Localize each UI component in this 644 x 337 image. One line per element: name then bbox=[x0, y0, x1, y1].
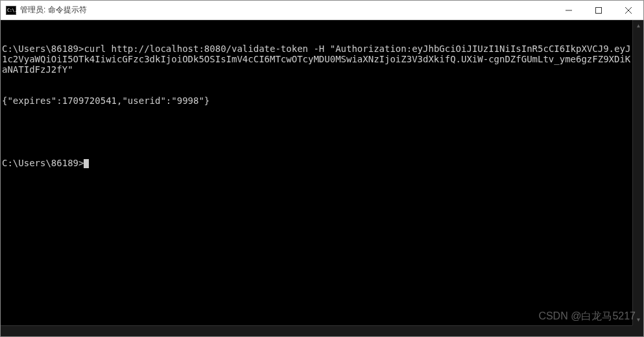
terminal-area[interactable]: C:\Users\86189>curl http://localhost:808… bbox=[1, 20, 643, 336]
terminal-blank bbox=[1, 127, 643, 137]
command-text: curl http://localhost:8080/validate-toke… bbox=[2, 44, 630, 75]
window-controls bbox=[554, 1, 643, 19]
maximize-button[interactable] bbox=[584, 1, 614, 19]
cmd-window: C:\. 管理员: 命令提示符 C:\Users\86189>curl http… bbox=[0, 0, 644, 337]
cmd-icon: C:\. bbox=[6, 6, 16, 15]
minimize-button[interactable] bbox=[554, 1, 584, 19]
terminal-line: C:\Users\86189> bbox=[1, 158, 643, 168]
close-button[interactable] bbox=[614, 1, 643, 19]
vertical-scrollbar[interactable]: ▲ ▼ bbox=[632, 20, 643, 336]
prompt: C:\Users\86189> bbox=[2, 44, 84, 54]
scroll-down-icon[interactable]: ▼ bbox=[633, 314, 643, 325]
terminal-output: {"expires":1709720541,"userid":"9998"} bbox=[1, 95, 643, 106]
scrollbar-corner bbox=[632, 325, 643, 336]
prompt: C:\Users\86189> bbox=[2, 158, 84, 168]
horizontal-scrollbar[interactable]: ◀ ▶ bbox=[1, 325, 632, 336]
scroll-up-icon[interactable]: ▲ bbox=[633, 20, 643, 31]
titlebar[interactable]: C:\. 管理员: 命令提示符 bbox=[1, 1, 643, 20]
svg-rect-1 bbox=[596, 7, 602, 13]
cursor bbox=[84, 159, 89, 168]
window-title: 管理员: 命令提示符 bbox=[20, 5, 554, 16]
terminal-line: C:\Users\86189>curl http://localhost:808… bbox=[1, 44, 643, 75]
